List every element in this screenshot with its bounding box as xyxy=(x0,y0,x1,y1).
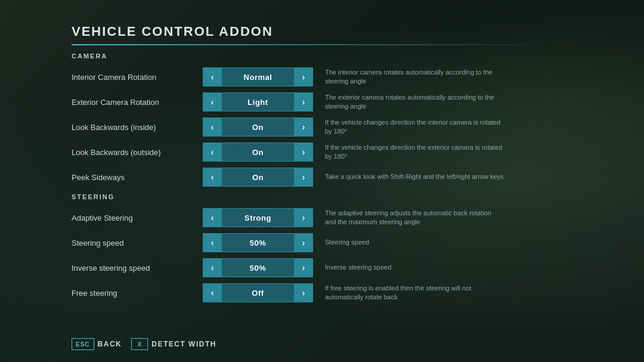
inverse-steering-speed-label: Inverse steering speed xyxy=(72,264,203,273)
adaptive-steering-value: Strong xyxy=(222,208,294,227)
peek-sideways-value: On xyxy=(222,168,294,187)
exterior-camera-rotation-label: Exterior Camera Rotation xyxy=(72,98,203,107)
title-divider xyxy=(72,44,549,45)
peek-sideways-label: Peek Sideways xyxy=(72,173,203,182)
look-backwards-inside-value: On xyxy=(222,117,294,137)
adaptive-steering-right[interactable]: › xyxy=(294,208,313,227)
row-interior-camera-rotation: Interior Camera Rotation ‹ Normal › The … xyxy=(72,66,549,88)
adaptive-steering-widget: ‹ Strong › xyxy=(203,208,313,227)
interior-camera-rotation-right[interactable]: › xyxy=(294,67,313,86)
main-panel: VEHICLE CONTROL ADDON CAMERA Interior Ca… xyxy=(72,24,549,307)
row-peek-sideways: Peek Sideways ‹ On › Take a quick look w… xyxy=(72,166,549,188)
look-backwards-outside-right[interactable]: › xyxy=(294,143,313,162)
camera-section-label: CAMERA xyxy=(72,52,549,60)
look-backwards-inside-desc: If the vehicle changes direction the int… xyxy=(325,118,504,137)
adaptive-steering-label: Adaptive Steering xyxy=(72,214,203,222)
inverse-steering-speed-left[interactable]: ‹ xyxy=(203,258,222,277)
interior-camera-rotation-widget: ‹ Normal › xyxy=(203,67,313,86)
inverse-steering-speed-desc: Inverse steering speed xyxy=(325,263,391,272)
steering-speed-label: Steering speed xyxy=(72,239,203,247)
detect-width-label: DETECT WIDTH xyxy=(151,340,216,348)
look-backwards-outside-widget: ‹ On › xyxy=(203,143,313,162)
steering-speed-left[interactable]: ‹ xyxy=(203,233,222,252)
exterior-camera-rotation-left[interactable]: ‹ xyxy=(203,92,222,112)
peek-sideways-left[interactable]: ‹ xyxy=(203,168,222,187)
x-key-badge: X xyxy=(131,338,148,350)
free-steering-value: Off xyxy=(222,283,294,302)
exterior-camera-rotation-desc: The exterior camera rotates automaticall… xyxy=(325,93,504,112)
interior-camera-rotation-label: Interior Camera Rotation xyxy=(72,73,203,82)
interior-camera-rotation-left[interactable]: ‹ xyxy=(203,67,222,86)
adaptive-steering-left[interactable]: ‹ xyxy=(203,208,222,227)
row-steering-speed: Steering speed ‹ 50% › Steering speed xyxy=(72,231,549,254)
look-backwards-outside-desc: If the vehicle changes direction the ext… xyxy=(325,143,504,162)
camera-section: CAMERA Interior Camera Rotation ‹ Normal… xyxy=(72,52,549,188)
interior-camera-rotation-value: Normal xyxy=(222,67,294,86)
row-inverse-steering-speed: Inverse steering speed ‹ 50% › Inverse s… xyxy=(72,256,549,279)
look-backwards-inside-left[interactable]: ‹ xyxy=(203,117,222,137)
look-backwards-inside-widget: ‹ On › xyxy=(203,117,313,137)
exterior-camera-rotation-widget: ‹ Light › xyxy=(203,92,313,112)
look-backwards-outside-left[interactable]: ‹ xyxy=(203,143,222,162)
row-exterior-camera-rotation: Exterior Camera Rotation ‹ Light › The e… xyxy=(72,91,549,113)
exterior-camera-rotation-right[interactable]: › xyxy=(294,92,313,112)
inverse-steering-speed-right[interactable]: › xyxy=(294,258,313,277)
steering-speed-value: 50% xyxy=(222,233,294,252)
peek-sideways-right[interactable]: › xyxy=(294,168,313,187)
esc-key-badge: ESC xyxy=(72,338,94,350)
peek-sideways-widget: ‹ On › xyxy=(203,168,313,187)
steering-speed-desc: Steering speed xyxy=(325,238,369,247)
interior-camera-rotation-desc: The interior camera rotates automaticall… xyxy=(325,68,504,86)
page-title: VEHICLE CONTROL ADDON xyxy=(72,24,549,39)
free-steering-right[interactable]: › xyxy=(294,283,313,302)
row-adaptive-steering: Adaptive Steering ‹ Strong › The adaptiv… xyxy=(72,206,549,229)
free-steering-label: Free steering xyxy=(72,289,203,298)
peek-sideways-desc: Take a quick look with Shift-Right and t… xyxy=(325,172,504,181)
look-backwards-inside-right[interactable]: › xyxy=(294,117,313,137)
look-backwards-outside-value: On xyxy=(222,143,294,162)
row-free-steering: Free steering ‹ Off › If free steering i… xyxy=(72,281,549,304)
bottom-bar: ESC BACK X DETECT WIDTH xyxy=(72,338,222,350)
free-steering-desc: If free steering is enabled then the ste… xyxy=(325,284,504,302)
back-label: BACK xyxy=(98,340,122,348)
steering-section-label: STEERING xyxy=(72,193,549,200)
look-backwards-outside-label: Look Backwards (outside) xyxy=(72,148,203,157)
free-steering-left[interactable]: ‹ xyxy=(203,283,222,302)
steering-speed-widget: ‹ 50% › xyxy=(203,233,313,252)
steering-section: STEERING Adaptive Steering ‹ Strong › Th… xyxy=(72,193,549,304)
row-look-backwards-inside: Look Backwards (inside) ‹ On › If the ve… xyxy=(72,116,549,138)
adaptive-steering-desc: The adaptive steering adjusts the automa… xyxy=(325,209,504,227)
look-backwards-inside-label: Look Backwards (inside) xyxy=(72,123,203,132)
row-look-backwards-outside: Look Backwards (outside) ‹ On › If the v… xyxy=(72,141,549,163)
inverse-steering-speed-widget: ‹ 50% › xyxy=(203,258,313,277)
steering-speed-right[interactable]: › xyxy=(294,233,313,252)
free-steering-widget: ‹ Off › xyxy=(203,283,313,302)
exterior-camera-rotation-value: Light xyxy=(222,92,294,112)
inverse-steering-speed-value: 50% xyxy=(222,258,294,277)
